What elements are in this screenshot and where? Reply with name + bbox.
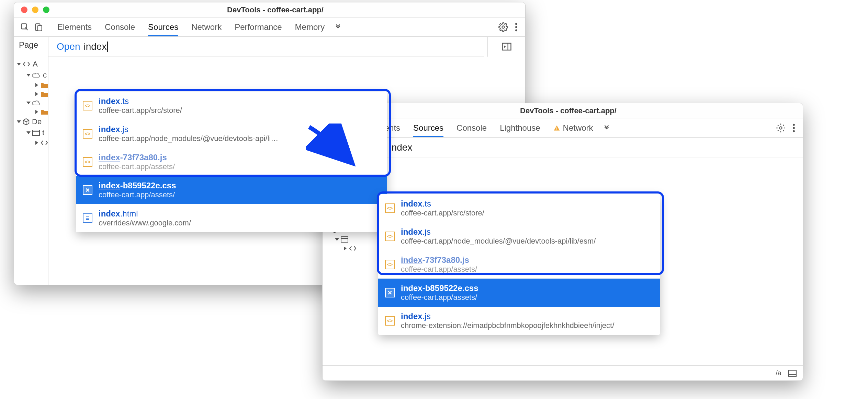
svg-point-22 [793, 130, 795, 132]
disclosure-triangle-icon[interactable] [26, 102, 31, 104]
quick-open-result[interactable]: <>index-73f73a80.jscoffee-cart.app/asset… [378, 250, 660, 279]
tab-network[interactable]: Network [553, 123, 593, 133]
svg-rect-9 [33, 130, 40, 136]
svg-rect-17 [556, 127, 557, 129]
window-title: DevTools - coffee-cart.app/ [365, 106, 803, 115]
svg-point-5 [515, 26, 517, 28]
toolbar: ElementsConsoleSourcesNetworkPerformance… [14, 17, 525, 37]
devtools-window-b: DevTools - coffee-cart.app/ ElementsSour… [322, 103, 803, 381]
css-file-icon [385, 288, 395, 297]
quick-open-result[interactable]: index.htmloverrides/www.google.com/ [76, 204, 387, 232]
disclosure-triangle-icon[interactable] [335, 238, 339, 241]
close-icon[interactable] [21, 7, 27, 13]
traffic-lights [14, 7, 56, 13]
settings-icon[interactable] [776, 123, 786, 133]
titlebar: DevTools - coffee-cart.app/ [323, 103, 803, 118]
panel-toggle-icon[interactable] [788, 369, 797, 377]
svg-rect-2 [38, 25, 42, 31]
panel-toggle[interactable] [487, 37, 525, 57]
kebab-icon[interactable] [515, 22, 518, 32]
quick-open-result[interactable]: <>index.jschrome-extension://eimadpbcbfn… [378, 307, 660, 335]
svg-point-20 [793, 124, 795, 126]
kebab-icon[interactable] [792, 123, 795, 133]
window-title: DevTools - coffee-cart.app/ [56, 5, 525, 14]
inspect-icon[interactable] [20, 23, 29, 32]
tab-memory[interactable]: Memory [295, 22, 325, 32]
settings-icon[interactable] [498, 22, 508, 32]
tab-network[interactable]: Network [191, 22, 222, 32]
tree-item[interactable]: A [18, 59, 97, 70]
tree-item[interactable] [18, 81, 97, 90]
tab-sources[interactable]: Sources [148, 17, 178, 36]
svg-point-6 [515, 29, 517, 31]
svg-point-19 [780, 127, 782, 129]
css-file-icon [83, 185, 92, 195]
open-prefix: Open [57, 41, 80, 52]
svg-point-4 [515, 23, 517, 25]
disclosure-triangle-icon[interactable] [35, 83, 38, 87]
more-tabs-icon[interactable] [593, 124, 610, 132]
disclosure-triangle-icon[interactable] [26, 74, 31, 77]
quick-open-result[interactable]: <>index.tscoffee-cart.app/src/store/ [76, 92, 387, 120]
disclosure-triangle-icon[interactable] [17, 63, 21, 66]
toolbar: ElementsSourcesConsoleLighthouseNetwork [323, 118, 803, 138]
js-file-icon: <> [385, 316, 395, 326]
quick-open-result[interactable]: <>index.tscoffee-cart.app/src/store/ [378, 194, 660, 222]
js-file-icon: <> [83, 101, 92, 110]
disclosure-triangle-icon[interactable] [35, 110, 38, 114]
tab-lighthouse[interactable]: Lighthouse [500, 123, 540, 133]
svg-point-3 [502, 26, 505, 28]
command-menu[interactable]: Open index [354, 138, 803, 157]
tab-console[interactable]: Console [105, 22, 135, 32]
titlebar: DevTools - coffee-cart.app/ [14, 2, 525, 17]
tab-elements[interactable]: Elements [57, 22, 92, 32]
quick-open-popup: <>index.tscoffee-cart.app/src/store/<>in… [378, 194, 660, 335]
svg-rect-7 [502, 43, 511, 50]
disclosure-triangle-icon[interactable] [17, 120, 21, 123]
tab-sources[interactable]: Sources [413, 118, 443, 137]
tree-item[interactable]: c [18, 70, 97, 81]
js-file-icon: <> [385, 232, 395, 241]
command-query: index [84, 41, 107, 52]
js-file-icon: <> [83, 157, 92, 167]
svg-rect-25 [789, 370, 796, 376]
disclosure-triangle-icon[interactable] [35, 141, 38, 145]
svg-rect-23 [341, 237, 348, 242]
arrow-annotation [306, 124, 361, 165]
zoom-icon[interactable] [43, 7, 49, 13]
js-file-icon: <> [83, 129, 92, 139]
text-caret [107, 42, 108, 52]
quick-open-result[interactable]: index-b859522e.csscoffee-cart.app/assets… [378, 279, 660, 307]
minimize-icon[interactable] [32, 7, 38, 13]
disclosure-triangle-icon[interactable] [35, 92, 38, 96]
command-menu[interactable]: Open index [48, 37, 484, 57]
disclosure-triangle-icon[interactable] [26, 131, 31, 134]
tab-console[interactable]: Console [456, 123, 487, 133]
svg-point-21 [793, 127, 795, 129]
status-text: /a [776, 369, 781, 377]
command-query: index [390, 142, 413, 153]
device-toggle-icon[interactable] [34, 23, 43, 32]
quick-open-result[interactable]: index-b859522e.csscoffee-cart.app/assets… [76, 176, 387, 204]
html-file-icon [83, 213, 92, 223]
svg-rect-18 [556, 129, 557, 130]
status-bar: /a [323, 365, 803, 380]
js-file-icon: <> [385, 260, 395, 269]
more-tabs-icon[interactable] [325, 23, 342, 31]
js-file-icon: <> [385, 203, 395, 213]
quick-open-result[interactable]: <>index.jscoffee-cart.app/node_modules/@… [378, 222, 660, 250]
disclosure-triangle-icon[interactable] [344, 246, 347, 250]
tab-performance[interactable]: Performance [235, 22, 282, 32]
